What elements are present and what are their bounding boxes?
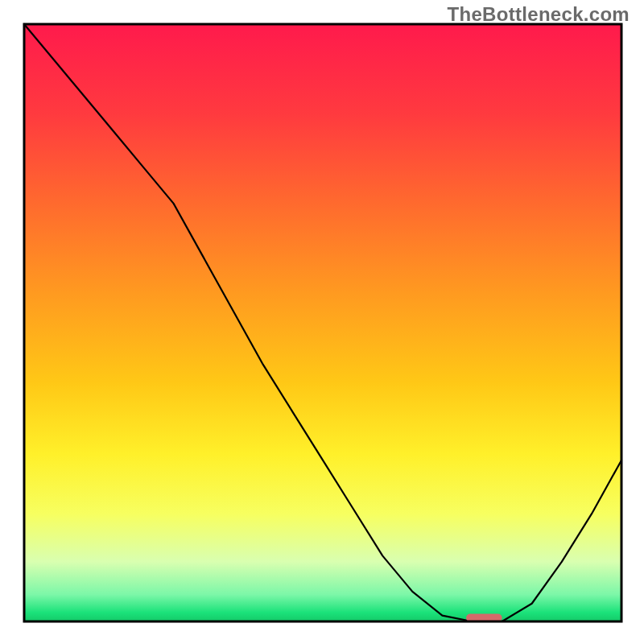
plot-background <box>24 24 621 621</box>
watermark-text: TheBottleneck.com <box>448 3 630 26</box>
bottleneck-chart <box>0 0 644 644</box>
chart-root: TheBottleneck.com <box>0 0 644 644</box>
